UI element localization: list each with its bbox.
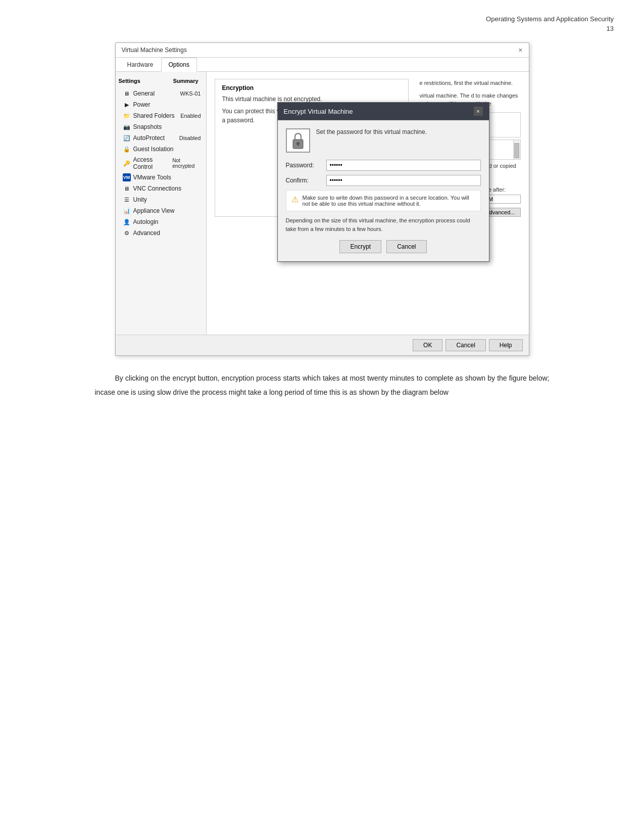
autoprotect-icon: 🔄 <box>123 134 131 142</box>
dialog-icon <box>286 128 310 153</box>
encryption-title: Encryption <box>222 84 401 91</box>
body-paragraph: By clicking on the encrypt button, encry… <box>95 371 550 399</box>
dialog-close-button[interactable]: × <box>474 107 483 116</box>
sidebar-item-vnc-connections[interactable]: 🖥 VNC Connections <box>116 183 206 194</box>
vmware-tools-icon: VM <box>123 173 131 181</box>
warning-text: Make sure to write down this password in… <box>303 195 475 207</box>
dialog-body: Set the password for this virtual machin… <box>278 120 489 261</box>
encrypt-vm-dialog: Encrypt Virtual Machine × <box>277 102 489 262</box>
confirm-field: Confirm: <box>286 175 481 186</box>
sidebar-item-unity[interactable]: ☰ Unity <box>116 194 206 205</box>
scrollbar-thumb[interactable] <box>514 143 519 158</box>
appliance-view-icon: 📊 <box>123 207 131 215</box>
sidebar-item-guest-isolation[interactable]: 🔒 Guest Isolation <box>116 144 206 155</box>
body-text: By clicking on the encrypt button, encry… <box>95 371 550 399</box>
vm-close-button[interactable]: × <box>518 46 522 54</box>
sidebar-item-appliance-view[interactable]: 📊 Appliance View <box>116 205 206 216</box>
vm-titlebar: Virtual Machine Settings × <box>116 43 529 58</box>
dialog-warning: ⚠ Make sure to write down this password … <box>286 190 481 211</box>
vnc-connections-icon: 🖥 <box>123 184 131 193</box>
confirm-label: Confirm: <box>286 177 326 184</box>
right-text-1: e restrictions, first the virtual machin… <box>420 79 521 87</box>
sidebar-item-general[interactable]: 🖥 General WKS-01 <box>116 88 206 99</box>
sidebar-item-autoprotect[interactable]: 🔄 AutoProtect Disabled <box>116 132 206 144</box>
shared-folders-icon: 📁 <box>123 112 131 120</box>
autologin-icon: 👤 <box>123 218 131 226</box>
dialog-title: Encrypt Virtual Machine <box>284 108 353 115</box>
dialog-encrypt-button[interactable]: Encrypt <box>339 240 381 253</box>
help-button[interactable]: Help <box>489 339 523 351</box>
dialog-footer: Encrypt Cancel <box>286 240 481 253</box>
snapshots-icon: 📷 <box>123 123 131 131</box>
sidebar-settings-header: Settings <box>119 78 169 84</box>
svg-rect-2 <box>298 144 299 146</box>
sidebar-item-shared-folders[interactable]: 📁 Shared Folders Enabled <box>116 110 206 121</box>
sidebar-item-power[interactable]: ▶ Power <box>116 99 206 110</box>
general-icon: 🖥 <box>123 89 131 98</box>
confirm-input[interactable] <box>326 175 481 186</box>
power-icon: ▶ <box>123 101 131 109</box>
password-field: Password: <box>286 160 481 171</box>
sidebar-summary-header: Summary <box>173 78 199 84</box>
advanced-icon: ⚙ <box>123 229 131 237</box>
vm-footer: OK Cancel Help <box>116 335 529 355</box>
sidebar-item-advanced[interactable]: ⚙ Advanced <box>116 227 206 239</box>
tab-hardware[interactable]: Hardware <box>120 58 161 72</box>
cancel-button[interactable]: Cancel <box>445 339 485 351</box>
sidebar-item-access-control[interactable]: 🔑 Access Control Not encrypted <box>116 155 206 172</box>
dialog-titlebar: Encrypt Virtual Machine × <box>278 103 489 120</box>
sidebar-item-snapshots[interactable]: 📷 Snapshots <box>116 121 206 132</box>
vm-settings-window: Virtual Machine Settings × Hardware Opti… <box>115 42 529 356</box>
dialog-size-note: Depending on the size of this virtual ma… <box>286 216 481 233</box>
vm-window-title: Virtual Machine Settings <box>122 47 187 54</box>
password-label: Password: <box>286 162 326 169</box>
header-title: Operating Systems and Application Securi… <box>486 15 614 23</box>
ok-button[interactable]: OK <box>413 339 442 351</box>
sidebar-item-autologin[interactable]: 👤 Autologin <box>116 216 206 227</box>
guest-isolation-icon: 🔒 <box>123 145 131 153</box>
page-number: 13 <box>30 25 614 32</box>
vm-main-content: Encryption This virtual machine is not e… <box>207 72 529 335</box>
vm-body: Settings Summary 🖥 General WKS-01 ▶ Powe… <box>116 72 529 335</box>
access-control-icon: 🔑 <box>123 159 131 167</box>
vm-tabs: Hardware Options <box>116 58 529 72</box>
dialog-desc: Set the password for this virtual machin… <box>316 128 427 135</box>
tab-options[interactable]: Options <box>161 58 197 72</box>
vm-sidebar: Settings Summary 🖥 General WKS-01 ▶ Powe… <box>116 72 207 335</box>
page-header: Operating Systems and Application Securi… <box>30 15 614 23</box>
sidebar-item-vmware-tools[interactable]: VM VMware Tools <box>116 172 206 183</box>
dialog-cancel-button[interactable]: Cancel <box>386 240 426 253</box>
dialog-top-section: Set the password for this virtual machin… <box>286 128 481 153</box>
unity-icon: ☰ <box>123 196 131 204</box>
warning-icon: ⚠ <box>291 195 299 204</box>
password-input[interactable] <box>326 160 481 171</box>
